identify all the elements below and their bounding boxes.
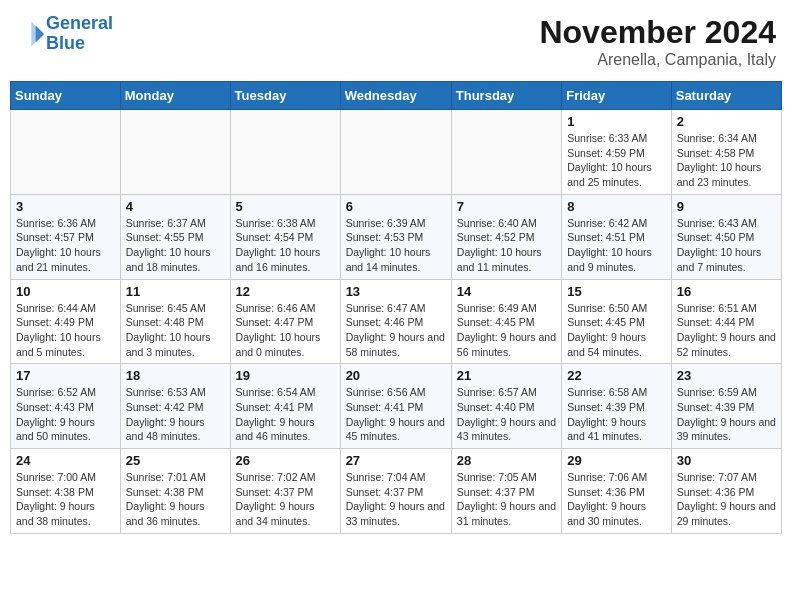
weekday-friday: Friday [562,82,672,110]
day-number: 17 [16,368,115,383]
week-row-4: 17Sunrise: 6:52 AM Sunset: 4:43 PM Dayli… [11,364,782,449]
day-cell: 23Sunrise: 6:59 AM Sunset: 4:39 PM Dayli… [671,364,781,449]
day-number: 9 [677,199,776,214]
day-info: Sunrise: 6:52 AM Sunset: 4:43 PM Dayligh… [16,385,115,444]
day-number: 25 [126,453,225,468]
day-cell: 11Sunrise: 6:45 AM Sunset: 4:48 PM Dayli… [120,279,230,364]
day-info: Sunrise: 6:42 AM Sunset: 4:51 PM Dayligh… [567,216,666,275]
day-cell: 10Sunrise: 6:44 AM Sunset: 4:49 PM Dayli… [11,279,121,364]
day-info: Sunrise: 6:45 AM Sunset: 4:48 PM Dayligh… [126,301,225,360]
day-cell: 22Sunrise: 6:58 AM Sunset: 4:39 PM Dayli… [562,364,672,449]
day-number: 18 [126,368,225,383]
day-number: 5 [236,199,335,214]
day-number: 7 [457,199,556,214]
day-number: 19 [236,368,335,383]
day-cell [230,110,340,195]
day-number: 4 [126,199,225,214]
day-cell: 21Sunrise: 6:57 AM Sunset: 4:40 PM Dayli… [451,364,561,449]
day-number: 24 [16,453,115,468]
day-cell: 13Sunrise: 6:47 AM Sunset: 4:46 PM Dayli… [340,279,451,364]
week-row-1: 1Sunrise: 6:33 AM Sunset: 4:59 PM Daylig… [11,110,782,195]
day-number: 8 [567,199,666,214]
week-row-5: 24Sunrise: 7:00 AM Sunset: 4:38 PM Dayli… [11,449,782,534]
day-cell [451,110,561,195]
week-row-2: 3Sunrise: 6:36 AM Sunset: 4:57 PM Daylig… [11,194,782,279]
weekday-saturday: Saturday [671,82,781,110]
day-info: Sunrise: 6:40 AM Sunset: 4:52 PM Dayligh… [457,216,556,275]
day-number: 12 [236,284,335,299]
page-header: General Blue November 2024 Arenella, Cam… [10,10,782,73]
weekday-wednesday: Wednesday [340,82,451,110]
day-info: Sunrise: 6:36 AM Sunset: 4:57 PM Dayligh… [16,216,115,275]
day-cell: 7Sunrise: 6:40 AM Sunset: 4:52 PM Daylig… [451,194,561,279]
location-title: Arenella, Campania, Italy [539,51,776,69]
day-number: 20 [346,368,446,383]
day-cell: 6Sunrise: 6:39 AM Sunset: 4:53 PM Daylig… [340,194,451,279]
day-number: 6 [346,199,446,214]
day-cell: 25Sunrise: 7:01 AM Sunset: 4:38 PM Dayli… [120,449,230,534]
day-info: Sunrise: 6:49 AM Sunset: 4:45 PM Dayligh… [457,301,556,360]
day-cell: 17Sunrise: 6:52 AM Sunset: 4:43 PM Dayli… [11,364,121,449]
day-info: Sunrise: 6:44 AM Sunset: 4:49 PM Dayligh… [16,301,115,360]
day-cell: 4Sunrise: 6:37 AM Sunset: 4:55 PM Daylig… [120,194,230,279]
day-number: 21 [457,368,556,383]
day-number: 1 [567,114,666,129]
day-info: Sunrise: 7:05 AM Sunset: 4:37 PM Dayligh… [457,470,556,529]
day-info: Sunrise: 6:54 AM Sunset: 4:41 PM Dayligh… [236,385,335,444]
day-number: 23 [677,368,776,383]
weekday-monday: Monday [120,82,230,110]
day-info: Sunrise: 7:04 AM Sunset: 4:37 PM Dayligh… [346,470,446,529]
month-title: November 2024 [539,14,776,51]
logo-text: General Blue [46,14,113,54]
day-info: Sunrise: 6:53 AM Sunset: 4:42 PM Dayligh… [126,385,225,444]
day-info: Sunrise: 6:56 AM Sunset: 4:41 PM Dayligh… [346,385,446,444]
day-number: 29 [567,453,666,468]
weekday-thursday: Thursday [451,82,561,110]
day-info: Sunrise: 6:58 AM Sunset: 4:39 PM Dayligh… [567,385,666,444]
day-info: Sunrise: 7:06 AM Sunset: 4:36 PM Dayligh… [567,470,666,529]
day-info: Sunrise: 6:51 AM Sunset: 4:44 PM Dayligh… [677,301,776,360]
day-number: 3 [16,199,115,214]
day-cell: 12Sunrise: 6:46 AM Sunset: 4:47 PM Dayli… [230,279,340,364]
day-info: Sunrise: 6:33 AM Sunset: 4:59 PM Dayligh… [567,131,666,190]
day-cell: 28Sunrise: 7:05 AM Sunset: 4:37 PM Dayli… [451,449,561,534]
day-info: Sunrise: 6:34 AM Sunset: 4:58 PM Dayligh… [677,131,776,190]
day-number: 11 [126,284,225,299]
day-cell [11,110,121,195]
day-cell: 18Sunrise: 6:53 AM Sunset: 4:42 PM Dayli… [120,364,230,449]
day-number: 30 [677,453,776,468]
day-cell: 9Sunrise: 6:43 AM Sunset: 4:50 PM Daylig… [671,194,781,279]
svg-marker-1 [31,21,42,46]
day-number: 2 [677,114,776,129]
day-number: 27 [346,453,446,468]
day-number: 13 [346,284,446,299]
day-cell: 2Sunrise: 6:34 AM Sunset: 4:58 PM Daylig… [671,110,781,195]
day-cell: 16Sunrise: 6:51 AM Sunset: 4:44 PM Dayli… [671,279,781,364]
day-number: 26 [236,453,335,468]
calendar-table: SundayMondayTuesdayWednesdayThursdayFrid… [10,81,782,534]
day-number: 14 [457,284,556,299]
day-info: Sunrise: 7:07 AM Sunset: 4:36 PM Dayligh… [677,470,776,529]
day-info: Sunrise: 6:46 AM Sunset: 4:47 PM Dayligh… [236,301,335,360]
day-info: Sunrise: 7:01 AM Sunset: 4:38 PM Dayligh… [126,470,225,529]
day-info: Sunrise: 6:57 AM Sunset: 4:40 PM Dayligh… [457,385,556,444]
day-info: Sunrise: 6:39 AM Sunset: 4:53 PM Dayligh… [346,216,446,275]
day-info: Sunrise: 6:47 AM Sunset: 4:46 PM Dayligh… [346,301,446,360]
day-cell: 26Sunrise: 7:02 AM Sunset: 4:37 PM Dayli… [230,449,340,534]
day-cell: 20Sunrise: 6:56 AM Sunset: 4:41 PM Dayli… [340,364,451,449]
day-cell: 5Sunrise: 6:38 AM Sunset: 4:54 PM Daylig… [230,194,340,279]
day-cell: 27Sunrise: 7:04 AM Sunset: 4:37 PM Dayli… [340,449,451,534]
weekday-tuesday: Tuesday [230,82,340,110]
title-block: November 2024 Arenella, Campania, Italy [539,14,776,69]
day-cell [340,110,451,195]
day-info: Sunrise: 6:59 AM Sunset: 4:39 PM Dayligh… [677,385,776,444]
day-number: 16 [677,284,776,299]
day-cell: 19Sunrise: 6:54 AM Sunset: 4:41 PM Dayli… [230,364,340,449]
day-cell: 1Sunrise: 6:33 AM Sunset: 4:59 PM Daylig… [562,110,672,195]
day-cell: 29Sunrise: 7:06 AM Sunset: 4:36 PM Dayli… [562,449,672,534]
calendar-body: 1Sunrise: 6:33 AM Sunset: 4:59 PM Daylig… [11,110,782,534]
day-cell: 30Sunrise: 7:07 AM Sunset: 4:36 PM Dayli… [671,449,781,534]
day-cell: 24Sunrise: 7:00 AM Sunset: 4:38 PM Dayli… [11,449,121,534]
day-number: 15 [567,284,666,299]
day-cell: 14Sunrise: 6:49 AM Sunset: 4:45 PM Dayli… [451,279,561,364]
